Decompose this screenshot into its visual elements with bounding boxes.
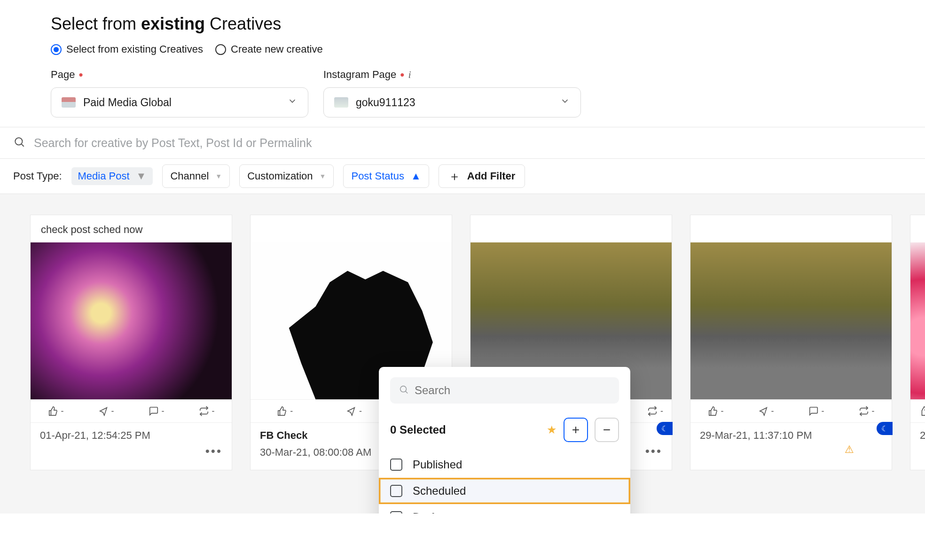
card-caption: [910, 215, 925, 242]
add-filter-button[interactable]: ＋ Add Filter: [439, 164, 525, 188]
search-bar: [0, 127, 925, 159]
repost-stat: -: [647, 406, 663, 416]
card-footer: 29-: [910, 423, 925, 470]
moon-badge-icon: ☾: [657, 422, 673, 435]
more-icon[interactable]: •••: [645, 444, 662, 459]
search-icon: [399, 384, 409, 397]
creative-card-partial[interactable]: 29-: [910, 215, 925, 470]
add-selection-button[interactable]: +: [564, 418, 588, 442]
moon-badge-icon: ☾: [877, 422, 893, 435]
checkbox-icon: [390, 485, 402, 497]
comment-stat: -: [149, 406, 165, 416]
like-stat: -: [708, 406, 724, 416]
checkbox-icon: [390, 511, 402, 513]
title-post: Creatives: [205, 14, 281, 33]
radio-icon-checked: [51, 44, 62, 55]
post-type-chip[interactable]: Media Post ▼: [71, 167, 153, 185]
option-label: Draft: [413, 511, 437, 513]
post-type-label: Post Type:: [13, 170, 62, 182]
card-stats: - - - -: [690, 399, 892, 423]
instagram-field-label-row: Instagram Page • i: [323, 69, 581, 81]
svg-point-2: [400, 386, 407, 392]
svg-line-1: [21, 144, 24, 146]
page-field: Page • Paid Media Global: [51, 69, 308, 117]
repost-stat: -: [859, 406, 875, 416]
info-icon[interactable]: i: [408, 69, 411, 81]
card-footer: 01-Apr-21, 12:54:25 PM •••: [31, 423, 232, 470]
field-row: Page • Paid Media Global Instagram Page …: [51, 69, 874, 117]
like-stat: [919, 406, 925, 416]
card-footer: ☾ 29-Mar-21, 11:37:10 PM ⚠: [690, 423, 892, 470]
status-option-scheduled[interactable]: Scheduled: [379, 478, 630, 504]
creative-card[interactable]: check post sched now - - - - 01-Apr-21, …: [30, 215, 232, 470]
page-field-label: Page: [51, 69, 75, 81]
card-image: [31, 242, 232, 399]
chevron-down-icon: [287, 96, 298, 109]
instagram-field: Instagram Page • i goku911123: [323, 69, 581, 117]
card-caption: [690, 215, 892, 242]
dropdown-search[interactable]: [390, 377, 619, 404]
caret-up-icon: ▲: [411, 170, 421, 182]
page-select[interactable]: Paid Media Global: [51, 87, 308, 117]
filter-bar: Post Type: Media Post ▼ Channel ▼ Custom…: [0, 159, 925, 194]
radio-icon-unchecked: [215, 44, 226, 55]
caret-down-icon: ▼: [136, 170, 147, 182]
post-type-value: Media Post: [78, 170, 130, 182]
radio-create-label: Create new creative: [231, 43, 323, 55]
customization-filter[interactable]: Customization ▼: [239, 164, 334, 188]
like-stat: -: [277, 406, 293, 416]
plus-icon: ＋: [448, 168, 461, 185]
channel-filter[interactable]: Channel ▼: [162, 164, 230, 188]
selected-count: 0 Selected: [390, 423, 446, 436]
radio-create-new[interactable]: Create new creative: [215, 43, 323, 55]
radio-existing-label: Select from existing Creatives: [66, 43, 203, 55]
svg-line-3: [406, 391, 408, 394]
caret-down-icon: ▼: [320, 172, 326, 180]
title-pre: Select from: [51, 14, 141, 33]
header-section: Select from existing Creatives Select fr…: [0, 0, 925, 127]
card-date: 29-: [920, 429, 925, 442]
option-label: Scheduled: [413, 484, 466, 498]
share-stat: -: [98, 406, 114, 416]
card-title: FB Check: [260, 429, 307, 442]
radio-select-existing[interactable]: Select from existing Creatives: [51, 43, 203, 55]
more-icon[interactable]: •••: [205, 444, 222, 459]
option-label: Published: [413, 458, 462, 471]
checkbox-icon: [390, 459, 402, 471]
page-title: Select from existing Creatives: [51, 14, 874, 34]
share-stat: -: [346, 406, 362, 416]
dropdown-actions: ★ + −: [547, 418, 619, 442]
status-option-published[interactable]: Published: [379, 451, 630, 478]
card-stats: - - - -: [31, 399, 232, 423]
remove-selection-button[interactable]: −: [595, 418, 619, 442]
repost-stat: -: [199, 406, 215, 416]
dropdown-search-input[interactable]: [415, 384, 611, 397]
search-input[interactable]: [34, 136, 912, 150]
card-image: [690, 242, 892, 399]
status-option-draft[interactable]: Draft: [379, 504, 630, 513]
comment-stat: -: [808, 406, 824, 416]
title-bold: existing: [141, 14, 205, 33]
card-caption: check post sched now: [31, 215, 232, 242]
caret-down-icon: ▼: [215, 172, 222, 180]
post-status-dropdown: 0 Selected ★ + − Published Scheduled Dra…: [379, 367, 630, 513]
search-icon: [13, 136, 25, 150]
svg-point-0: [15, 138, 22, 145]
radio-group: Select from existing Creatives Create ne…: [51, 43, 874, 55]
instagram-select[interactable]: goku911123: [323, 87, 581, 117]
instagram-thumbnail: [334, 97, 348, 108]
dropdown-header-row: 0 Selected ★ + −: [379, 414, 630, 451]
creative-card[interactable]: - - - - ☾ 29-Mar-21, 11:37:10 PM ⚠: [690, 215, 892, 470]
like-stat: -: [48, 406, 64, 416]
customization-filter-label: Customization: [247, 170, 313, 182]
card-image: [910, 242, 925, 399]
channel-filter-label: Channel: [170, 170, 209, 182]
share-stat: -: [758, 406, 774, 416]
chevron-down-icon: [560, 96, 570, 109]
card-stats: [910, 399, 925, 423]
post-status-filter[interactable]: Post Status ▲: [343, 164, 429, 188]
card-caption: [251, 215, 452, 242]
card-date: 29-Mar-21, 11:37:10 PM: [700, 429, 812, 442]
card-caption: [470, 215, 672, 242]
star-icon[interactable]: ★: [547, 423, 557, 436]
